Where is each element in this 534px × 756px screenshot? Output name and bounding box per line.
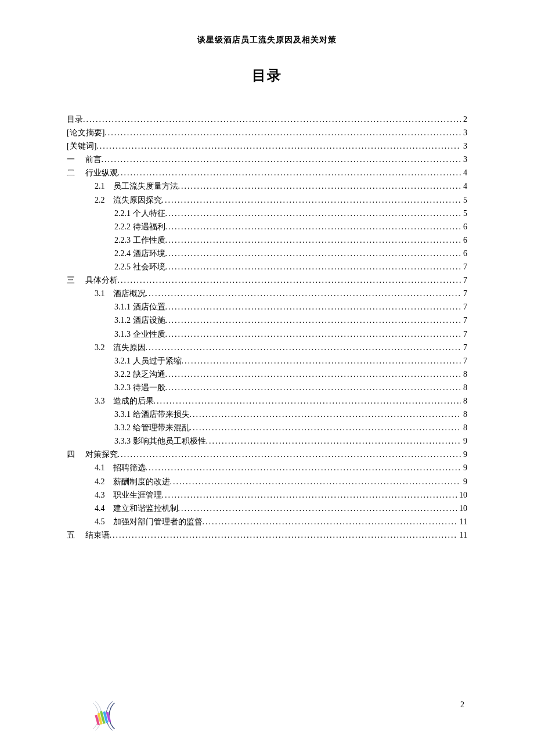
toc-leader-dots bbox=[110, 528, 457, 542]
toc-entry-label: 三 具体分析 bbox=[67, 273, 118, 287]
toc-entry-page: 8 bbox=[461, 408, 467, 421]
toc-entry-label: 3.3.3 影响其他员工积极性 bbox=[114, 434, 206, 448]
toc-entry-label: 3.2.3 待遇一般 bbox=[114, 381, 165, 394]
toc-entry-label: 3.1.1 酒店位置 bbox=[114, 300, 165, 314]
toc-entry: 2.2.4 酒店环境6 bbox=[67, 247, 467, 260]
toc-entry-label: 3.1.2 酒店设施 bbox=[114, 314, 165, 327]
toc-entry: 2.1 员工流失度量方法4 bbox=[67, 179, 467, 193]
toc-leader-dots bbox=[165, 381, 461, 394]
toc-leader-dots bbox=[162, 488, 457, 502]
toc-entry-label: 3.3.1 给酒店带来损失 bbox=[114, 408, 190, 421]
toc-leader-dots bbox=[154, 394, 461, 408]
toc-leader-dots bbox=[165, 233, 461, 247]
toc-entry: 3.1 酒店概况7 bbox=[67, 287, 467, 300]
toc-entry-label: 4.5 加强对部门管理者的监督 bbox=[95, 515, 203, 528]
toc-leader-dots bbox=[146, 341, 461, 354]
toc-leader-dots bbox=[83, 113, 461, 126]
toc-entry-page: 8 bbox=[461, 368, 467, 381]
toc-entry-page: 7 bbox=[461, 314, 467, 327]
toc-leader-dots bbox=[165, 368, 461, 381]
toc-entry-page: 7 bbox=[461, 354, 467, 368]
toc-leader-dots bbox=[146, 287, 461, 300]
toc-entry: 2.2.2 待遇福利6 bbox=[67, 220, 467, 233]
toc-heading: 目录 bbox=[67, 66, 467, 85]
toc-entry-label: 五 结束语 bbox=[67, 528, 110, 542]
document-header: 谈星级酒店员工流失原因及相关对策 bbox=[67, 35, 467, 45]
toc-entry: 2.2 流失原因探究5 bbox=[67, 193, 467, 207]
toc-entry: 3.2 流失原因7 bbox=[67, 341, 467, 354]
toc-leader-dots bbox=[178, 179, 461, 193]
toc-leader-dots bbox=[203, 515, 457, 528]
toc-entry-page: 7 bbox=[461, 341, 467, 354]
toc-entry: 4.4 建立和谐监控机制10 bbox=[67, 502, 467, 515]
toc-entry: 3.1.3 企业性质7 bbox=[67, 327, 467, 341]
toc-entry-page: 7 bbox=[461, 300, 467, 314]
toc-entry-label: 四 对策探究 bbox=[67, 448, 118, 461]
toc-entry: 3.3.3 影响其他员工积极性9 bbox=[67, 434, 467, 448]
toc-entry: 3.2.1 人员过于紧缩7 bbox=[67, 354, 467, 368]
toc-leader-dots bbox=[118, 448, 461, 461]
toc-entry-label: 3.1 酒店概况 bbox=[95, 287, 146, 300]
toc-entry-page: 11 bbox=[457, 515, 467, 528]
toc-leader-dots bbox=[165, 220, 461, 233]
toc-entry: 三 具体分析7 bbox=[67, 273, 467, 287]
toc-leader-dots bbox=[178, 502, 457, 515]
toc-entry-label: 二 行业纵观 bbox=[67, 166, 118, 179]
toc-entry-label: 2.2.1 个人特征 bbox=[114, 207, 165, 220]
toc-entry-page: 2 bbox=[461, 113, 467, 126]
toc-entry-page: 7 bbox=[461, 260, 467, 273]
toc-entry-label: 3.2.2 缺乏沟通 bbox=[114, 368, 165, 381]
toc-entry: 4.5 加强对部门管理者的监督11 bbox=[67, 515, 467, 528]
toc-entry: 3.3 造成的后果8 bbox=[67, 394, 467, 408]
toc-entry-page: 5 bbox=[461, 193, 467, 207]
toc-leader-dots bbox=[190, 408, 461, 421]
toc-entry: [论文摘要]3 bbox=[67, 126, 467, 139]
toc-entry-page: 3 bbox=[461, 153, 467, 166]
toc-entry: [关键词]3 bbox=[67, 139, 467, 153]
table-of-contents: 目录2[论文摘要]3[关键词]3一 前言3二 行业纵观42.1 员工流失度量方法… bbox=[67, 113, 467, 542]
toc-entry-label: 目录 bbox=[67, 113, 83, 126]
toc-entry-page: 9 bbox=[461, 475, 467, 488]
toc-leader-dots bbox=[165, 260, 461, 273]
toc-entry-label: 3.1.3 企业性质 bbox=[114, 327, 165, 341]
toc-entry-page: 7 bbox=[461, 273, 467, 287]
toc-entry-page: 3 bbox=[461, 126, 467, 139]
toc-entry-page: 8 bbox=[461, 421, 467, 434]
toc-entry-label: [关键词] bbox=[67, 139, 96, 153]
toc-leader-dots bbox=[170, 475, 461, 488]
toc-entry: 2.2.3 工作性质6 bbox=[67, 233, 467, 247]
toc-entry: 4.1 招聘筛选9 bbox=[67, 461, 467, 474]
toc-entry: 五 结束语11 bbox=[67, 528, 467, 542]
toc-entry-label: 4.2 薪酬制度的改进 bbox=[95, 475, 170, 488]
toc-entry: 2.2.5 社会环境7 bbox=[67, 260, 467, 273]
toc-entry-label: 2.2.4 酒店环境 bbox=[114, 247, 165, 260]
toc-entry-label: 4.3 职业生涯管理 bbox=[95, 488, 162, 502]
toc-entry-page: 9 bbox=[461, 448, 467, 461]
toc-entry: 3.2.2 缺乏沟通8 bbox=[67, 368, 467, 381]
toc-entry-label: 2.2.2 待遇福利 bbox=[114, 220, 165, 233]
toc-leader-dots bbox=[165, 327, 461, 341]
toc-entry-page: 8 bbox=[461, 381, 467, 394]
toc-entry-page: 6 bbox=[461, 233, 467, 247]
toc-leader-dots bbox=[190, 421, 461, 434]
toc-entry: 3.1.1 酒店位置7 bbox=[67, 300, 467, 314]
toc-entry-label: 一 前言 bbox=[67, 153, 102, 166]
toc-entry-page: 6 bbox=[461, 220, 467, 233]
toc-entry-page: 9 bbox=[461, 461, 467, 474]
toc-entry-page: 8 bbox=[461, 394, 467, 408]
toc-leader-dots bbox=[165, 314, 461, 327]
toc-leader-dots bbox=[118, 166, 461, 179]
toc-entry: 二 行业纵观4 bbox=[67, 166, 467, 179]
toc-entry-label: 2.1 员工流失度量方法 bbox=[95, 179, 178, 193]
toc-leader-dots bbox=[102, 153, 461, 166]
toc-entry-label: 3.2 流失原因 bbox=[95, 341, 146, 354]
toc-entry-page: 3 bbox=[461, 139, 467, 153]
toc-entry-label: 2.2 流失原因探究 bbox=[95, 193, 162, 207]
toc-entry: 目录2 bbox=[67, 113, 467, 126]
toc-entry: 3.2.3 待遇一般8 bbox=[67, 381, 467, 394]
toc-leader-dots bbox=[182, 354, 461, 368]
toc-entry-label: 4.1 招聘筛选 bbox=[95, 461, 146, 474]
toc-leader-dots bbox=[165, 247, 461, 260]
toc-entry-label: 3.3.2 给管理带来混乱 bbox=[114, 421, 190, 434]
toc-entry: 3.3.2 给管理带来混乱8 bbox=[67, 421, 467, 434]
